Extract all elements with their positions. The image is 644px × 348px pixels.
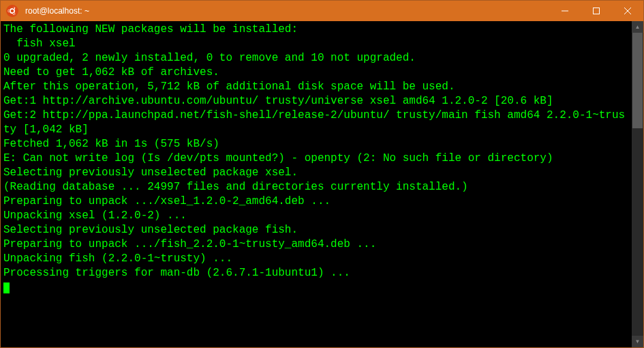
scroll-thumb[interactable]: [632, 33, 643, 128]
minimize-button[interactable]: [549, 1, 581, 21]
scrollbar[interactable]: ▲ ▼: [632, 21, 643, 347]
terminal-output[interactable]: The following NEW packages will be insta…: [1, 21, 632, 347]
scroll-up-icon[interactable]: ▲: [632, 21, 643, 33]
titlebar[interactable]: root@localhost: ~: [1, 1, 643, 21]
terminal-window: root@localhost: ~ The following NEW pack…: [0, 0, 644, 348]
svg-rect-5: [8, 10, 10, 12]
scroll-track[interactable]: [632, 33, 643, 336]
svg-rect-9: [594, 8, 600, 14]
maximize-button[interactable]: [581, 1, 612, 21]
close-button[interactable]: [612, 1, 643, 21]
cursor: [3, 282, 10, 293]
ubuntu-logo-icon: [5, 3, 20, 18]
window-title: root@localhost: ~: [25, 6, 89, 16]
scroll-down-icon[interactable]: ▼: [632, 336, 643, 347]
terminal-body: The following NEW packages will be insta…: [1, 21, 643, 347]
